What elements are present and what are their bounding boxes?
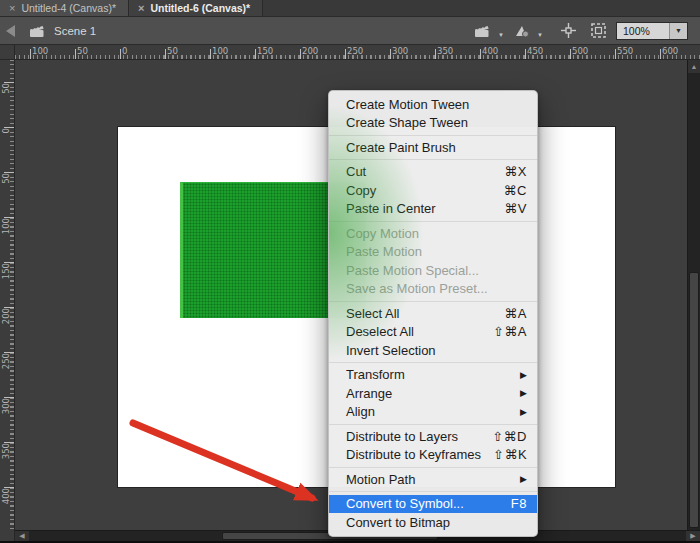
edit-scene-icon[interactable] xyxy=(472,22,493,40)
menu-separator xyxy=(329,135,537,136)
menu-separator xyxy=(329,424,537,425)
menu-item[interactable]: Convert to Symbol...F8 xyxy=(329,495,537,514)
ruler-label: 250 xyxy=(1,353,11,389)
document-tab-bar: ×Untitled-4 (Canvas)*×Untitled-6 (Canvas… xyxy=(0,0,700,17)
menu-item[interactable]: Deselect All⇧⌘A xyxy=(329,323,537,342)
ruler-label: 400 xyxy=(482,46,498,56)
ruler-label: 100 xyxy=(212,46,228,56)
menu-item[interactable]: Arrange▶ xyxy=(329,384,537,403)
menu-item-label: Convert to Symbol... xyxy=(346,496,499,511)
menu-item[interactable]: Copy⌘C xyxy=(329,181,537,200)
scroll-up-icon[interactable]: ▲ xyxy=(688,60,700,73)
center-frame-icon[interactable] xyxy=(559,21,578,40)
menu-item[interactable]: Distribute to Keyframes⇧⌘K xyxy=(329,446,537,465)
menu-item: Save as Motion Preset... xyxy=(329,280,537,299)
edit-scene-dropdown-icon[interactable]: ▼ xyxy=(498,32,504,38)
zoom-dropdown-arrow-icon[interactable]: ▼ xyxy=(669,23,687,39)
menu-item-label: Create Shape Tween xyxy=(346,115,527,130)
vertical-scrollbar[interactable]: ▲ xyxy=(687,60,700,530)
document-tab[interactable]: ×Untitled-6 (Canvas)* xyxy=(129,0,263,16)
edit-symbols-icon[interactable] xyxy=(512,22,532,40)
clapperboard-icon xyxy=(29,24,46,38)
ruler-label: 100 xyxy=(1,218,11,254)
ruler-label: 100 xyxy=(32,46,48,56)
ruler-tick xyxy=(210,49,211,59)
menu-item[interactable]: Select All⌘A xyxy=(329,304,537,323)
ruler-tick xyxy=(570,49,571,59)
menu-item-label: Copy Motion xyxy=(346,226,527,241)
ruler-tick xyxy=(525,49,526,59)
menu-item-label: Align xyxy=(346,404,508,419)
menu-item: Copy Motion xyxy=(329,224,537,243)
menu-item[interactable]: Distribute to Layers⇧⌘D xyxy=(329,427,537,446)
tab-label: Untitled-6 (Canvas)* xyxy=(150,2,250,14)
ruler-tick xyxy=(75,49,76,59)
ruler-tick xyxy=(300,49,301,59)
menu-item-label: Select All xyxy=(346,306,492,321)
menu-item-label: Create Paint Brush xyxy=(346,140,527,155)
menu-item-shortcut: ⌘X xyxy=(504,164,527,179)
menu-item-shortcut: ⌘V xyxy=(504,201,527,216)
menu-item-label: Transform xyxy=(346,367,508,382)
menu-item-shortcut: ⇧⌘K xyxy=(493,447,527,462)
ruler-label: 500 xyxy=(572,46,588,56)
menu-item[interactable]: Transform▶ xyxy=(329,366,537,385)
back-arrow-icon[interactable] xyxy=(6,25,15,37)
menu-item[interactable]: Create Motion Tween xyxy=(329,95,537,114)
menu-item-label: Deselect All xyxy=(346,324,481,339)
menu-item-shortcut: F8 xyxy=(511,496,527,511)
breadcrumb-scene[interactable]: Scene 1 xyxy=(54,25,96,37)
menu-item-label: Paste in Center xyxy=(346,201,492,216)
menu-separator xyxy=(329,301,537,302)
menu-separator xyxy=(329,491,537,492)
ruler-label: 50 xyxy=(1,173,11,209)
menu-item-shortcut: ⌘C xyxy=(504,183,527,198)
edit-bar: Scene 1 ▼ ▼ xyxy=(0,17,700,45)
zoom-select[interactable]: 100% ▼ xyxy=(616,22,688,40)
ruler-tick xyxy=(120,49,121,59)
menu-item-label: Create Motion Tween xyxy=(346,97,527,112)
ruler-tick xyxy=(255,49,256,59)
ruler-label: 0 xyxy=(1,128,11,164)
menu-separator xyxy=(329,467,537,468)
submenu-arrow-icon: ▶ xyxy=(520,388,527,398)
menu-item[interactable]: Convert to Bitmap xyxy=(329,513,537,532)
zoom-value: 100% xyxy=(617,23,669,39)
menu-item[interactable]: Create Shape Tween xyxy=(329,114,537,133)
menu-item[interactable]: Align▶ xyxy=(329,403,537,422)
ruler-label: 50 xyxy=(1,83,11,119)
ruler-tick xyxy=(660,49,661,59)
menu-item[interactable]: Cut⌘X xyxy=(329,163,537,182)
edit-symbols-dropdown-icon[interactable]: ▼ xyxy=(537,32,543,38)
menu-item[interactable]: Paste in Center⌘V xyxy=(329,200,537,219)
menu-item: Paste Motion Special... xyxy=(329,261,537,280)
ruler-label: 300 xyxy=(1,398,11,434)
menu-item[interactable]: Create Paint Brush xyxy=(329,138,537,157)
tab-close-icon[interactable]: × xyxy=(138,3,144,14)
menu-item-label: Distribute to Keyframes xyxy=(346,447,481,462)
menu-separator xyxy=(329,362,537,363)
ruler-tick xyxy=(165,49,166,59)
submenu-arrow-icon: ▶ xyxy=(520,407,527,417)
ruler-tick xyxy=(435,49,436,59)
scroll-right-icon[interactable]: ▶ xyxy=(686,531,700,541)
scroll-left-icon[interactable]: ◀ xyxy=(15,531,29,541)
ruler-label: 200 xyxy=(1,308,11,344)
submenu-arrow-icon: ▶ xyxy=(520,474,527,484)
ruler-label: 50 xyxy=(77,46,88,56)
ruler-label: 350 xyxy=(1,443,11,479)
tab-label: Untitled-4 (Canvas)* xyxy=(21,2,116,14)
horizontal-ruler: 1005005010015020025030035040045050055060… xyxy=(15,45,700,60)
ruler-label: 300 xyxy=(392,46,408,56)
menu-item[interactable]: Invert Selection xyxy=(329,341,537,360)
ruler-label: 250 xyxy=(347,46,363,56)
document-tab[interactable]: ×Untitled-4 (Canvas)* xyxy=(0,0,129,16)
menu-item-label: Paste Motion xyxy=(346,244,527,259)
menu-item-label: Motion Path xyxy=(346,472,508,487)
tab-close-icon[interactable]: × xyxy=(9,3,15,14)
menu-item[interactable]: Motion Path▶ xyxy=(329,470,537,489)
menu-item-label: Arrange xyxy=(346,386,508,401)
vertical-scrollbar-thumb[interactable] xyxy=(689,272,699,528)
ruler-tick xyxy=(480,49,481,59)
clip-content-icon[interactable] xyxy=(589,21,608,40)
